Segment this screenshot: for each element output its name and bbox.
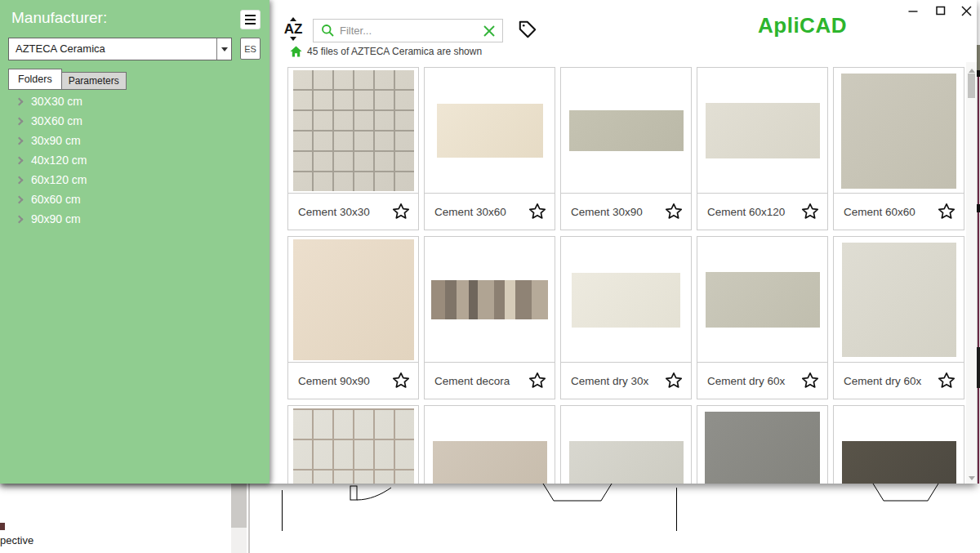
tile-name: Cement 90x90 <box>298 375 391 387</box>
tile-preview <box>425 237 555 363</box>
status-bar: 45 files of AZTECA Ceramica are shown <box>290 46 482 57</box>
tile-card[interactable] <box>833 405 964 484</box>
search-icon <box>321 24 335 38</box>
tile-card[interactable] <box>287 405 419 484</box>
star-icon[interactable] <box>937 371 956 390</box>
tab-folders[interactable]: Folders <box>8 69 62 90</box>
menu-button[interactable] <box>240 10 261 29</box>
manufacturer-dropdown[interactable]: AZTECA Ceramica <box>8 38 232 60</box>
tile-name: Cement decora <box>434 375 528 387</box>
tag-filter-button[interactable] <box>517 19 540 42</box>
sort-up-arrow-icon <box>290 17 296 21</box>
sidebar-item-90x90[interactable]: 90x90 cm <box>0 209 270 229</box>
language-button[interactable]: ES <box>240 38 261 60</box>
chevron-right-icon <box>16 156 24 164</box>
filter-search-box[interactable] <box>313 19 503 42</box>
clear-filter-button[interactable] <box>476 25 502 38</box>
tile-card[interactable]: Cement dry 60x <box>833 236 964 399</box>
chevron-right-icon <box>16 195 24 203</box>
x-icon <box>483 25 496 38</box>
grid-scrollbar-track[interactable] <box>966 62 977 484</box>
tile-card[interactable]: Cement 60x120 <box>697 67 828 230</box>
star-icon[interactable] <box>391 202 411 221</box>
tag-icon <box>517 19 538 40</box>
minimize-button[interactable] <box>903 2 923 20</box>
tile-name: Cement 30x90 <box>571 206 664 218</box>
tile-image <box>842 243 956 357</box>
tile-card[interactable]: Cement 90x90 <box>287 236 419 399</box>
tile-preview <box>834 237 964 363</box>
sidebar-item-30x90[interactable]: 30x90 cm <box>0 131 270 150</box>
grid-scrollbar-thumb[interactable] <box>968 74 975 98</box>
sidebar-item-60x120[interactable]: 60x120 cm <box>0 170 270 190</box>
tile-preview <box>561 68 691 194</box>
star-icon[interactable] <box>800 202 820 221</box>
chevron-down-icon[interactable] <box>216 38 231 60</box>
tab-parameters[interactable]: Parameters <box>61 72 127 90</box>
tile-card[interactable]: Cement dry 60x <box>697 236 828 399</box>
tile-name: Cement dry 60x <box>707 375 800 387</box>
star-icon[interactable] <box>664 371 684 390</box>
tile-name: Cement dry 60x <box>844 375 937 387</box>
aplicad-dialog: Manufacturer: AZTECA Ceramica ES Folders… <box>0 0 977 484</box>
folder-label: 60x120 cm <box>31 173 87 186</box>
tile-preview <box>697 406 827 484</box>
sort-alphabetical-button[interactable]: AZ <box>281 14 305 43</box>
tile-preview <box>288 237 418 363</box>
tile-grid: Cement 30x30 Cement 30x60 Cement 30x90 C… <box>287 67 965 484</box>
tile-preview <box>561 237 691 363</box>
chevron-right-icon <box>16 176 24 184</box>
tile-card[interactable]: Cement dry 30x <box>560 236 692 399</box>
star-icon[interactable] <box>528 202 547 221</box>
manufacturer-title: Manufacturer: <box>11 9 107 27</box>
tile-image <box>293 70 414 191</box>
background-app-edge <box>977 45 980 484</box>
tile-image <box>569 110 684 151</box>
manufacturer-value: AZTECA Ceramica <box>9 38 216 60</box>
tile-image <box>841 74 956 189</box>
chevron-right-icon <box>16 97 24 105</box>
tile-image <box>293 239 414 360</box>
maximize-button[interactable] <box>931 2 951 20</box>
tile-name: Cement 30x30 <box>298 206 391 218</box>
tile-card[interactable] <box>424 405 555 484</box>
tile-name: Cement 60x120 <box>707 206 800 218</box>
maximize-icon <box>936 6 946 16</box>
tile-card[interactable]: Cement 60x60 <box>833 67 964 230</box>
star-icon[interactable] <box>391 371 411 390</box>
sidebar-item-60x60[interactable]: 60x60 cm <box>0 190 270 209</box>
tile-card[interactable]: Cement 30x30 <box>287 67 419 230</box>
tile-image <box>569 441 684 484</box>
star-icon[interactable] <box>664 202 684 221</box>
folder-label: 30X60 cm <box>31 114 82 127</box>
tile-preview <box>697 68 827 194</box>
tile-image <box>431 280 548 319</box>
scrollbar-down-arrow[interactable] <box>969 476 975 480</box>
folder-label: 90x90 cm <box>31 212 81 225</box>
folder-label: 30x90 cm <box>31 134 81 147</box>
sidebar-item-30x60[interactable]: 30X60 cm <box>0 111 270 131</box>
close-button[interactable] <box>956 2 976 20</box>
tile-preview <box>425 406 555 484</box>
home-icon <box>290 46 302 57</box>
tile-card[interactable] <box>560 405 692 484</box>
tile-image <box>433 441 547 484</box>
tile-card[interactable] <box>697 405 828 484</box>
star-icon[interactable] <box>937 202 956 221</box>
tile-card[interactable]: Cement 30x60 <box>424 67 555 230</box>
sidebar-item-30x30[interactable]: 30X30 cm <box>0 91 270 111</box>
tile-preview <box>697 237 827 363</box>
tile-image <box>705 412 820 484</box>
catalog-panel: AZ ApliCAD <box>270 0 977 484</box>
tile-preview <box>561 406 691 484</box>
sidebar-item-40x120[interactable]: 40x120 cm <box>0 150 270 170</box>
star-icon[interactable] <box>528 371 547 390</box>
tile-image <box>293 408 414 484</box>
tile-card[interactable]: Cement decora <box>424 236 555 399</box>
scrollbar-up-arrow[interactable] <box>969 69 975 73</box>
tile-preview <box>288 68 418 194</box>
tile-image <box>842 441 956 484</box>
filter-input[interactable] <box>340 25 476 37</box>
star-icon[interactable] <box>800 371 820 390</box>
tile-card[interactable]: Cement 30x90 <box>560 67 692 230</box>
